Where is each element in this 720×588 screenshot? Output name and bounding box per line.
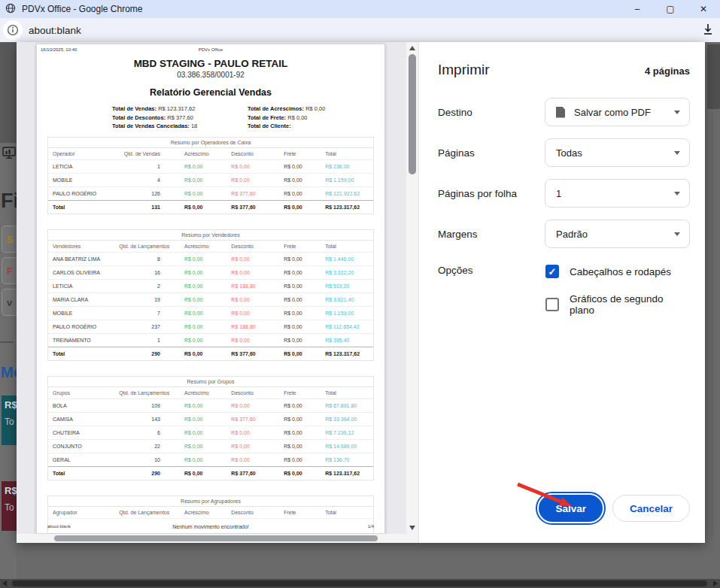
scrollbar-thumb[interactable]	[12, 580, 707, 586]
summary-value: R$ 0,00	[287, 114, 307, 121]
table-cell: R$ 0,00	[180, 186, 226, 200]
report-table: Resumo por VendedoresVendedoresQtd. de L…	[47, 229, 374, 361]
table-header-row: AgrupadorQtd. de LançamentosAcréscimoDes…	[48, 507, 373, 518]
info-icon	[7, 24, 19, 36]
summary-right: Total de Acréscimos: R$ 0,00Total de Fre…	[248, 105, 325, 131]
p-ginas-por-folha-dropdown[interactable]: 1	[545, 179, 690, 208]
page-info-button[interactable]	[3, 20, 23, 40]
table-cell: R$ 0,00	[226, 426, 279, 439]
partial-section-heading: Mo	[1, 364, 17, 381]
table-row: CAMISA143R$ 0,00R$ 377,60R$ 0,00R$ 33.36…	[48, 412, 373, 426]
table-cell: R$ 0,00	[279, 399, 321, 412]
table-cell: R$ 112.654,42	[321, 320, 373, 333]
table-cell: R$ 377,60	[226, 200, 279, 214]
download-icon[interactable]	[700, 22, 715, 40]
table-cell: R$ 123.317,62	[321, 347, 373, 360]
table-grid: GruposQtd. de LançamentosAcréscimoDescon…	[48, 387, 373, 480]
table-row: LETICIA1R$ 0,00R$ 0,00R$ 0,00R$ 236,00	[48, 159, 373, 173]
table-cell: R$ 0,00	[279, 252, 321, 265]
table-cell: R$ 377,60	[226, 186, 279, 200]
column-header: Acréscimo	[180, 387, 226, 399]
close-button[interactable]: ✕	[687, 0, 720, 18]
dropdown-value: 1	[556, 188, 561, 199]
pdf-file-icon	[556, 107, 565, 118]
summary-line: Total de Cliente:	[248, 122, 325, 131]
table-cell: R$ 0,00	[180, 279, 226, 292]
summary-value: R$ 0,00	[305, 105, 325, 112]
partial-filtros-heading: Fil	[1, 189, 17, 213]
option-row[interactable]: ✓Cabeçalhos e rodapés	[545, 265, 690, 278]
destino-dropdown[interactable]: Salvar como PDF	[545, 98, 690, 126]
table-cell: R$ 519,20	[321, 279, 373, 292]
column-header: Qtd. de Lançamentos	[114, 241, 180, 252]
table-cell: R$ 188,80	[226, 320, 279, 333]
checkbox-checked[interactable]: ✓	[545, 265, 559, 278]
chevron-down-icon	[674, 232, 680, 236]
maximize-button[interactable]: ▢	[654, 0, 687, 18]
column-header: Qtd. de Lançamentos	[114, 507, 180, 518]
minimize-button[interactable]: –	[621, 0, 654, 18]
page-horizontal-scrollbar[interactable]	[0, 579, 720, 588]
table-cell: Total	[48, 200, 114, 214]
preview-horizontal-scrollbar[interactable]	[17, 534, 418, 543]
printed-footer: about:blank 1/4	[47, 524, 374, 529]
table-cell: R$ 7.236,12	[321, 426, 373, 439]
table-cell: R$ 0,00	[180, 306, 226, 320]
scroll-right-icon[interactable]	[713, 580, 718, 586]
url-bar[interactable]: about:blank	[0, 18, 720, 43]
table-cell: R$ 0,00	[180, 333, 226, 347]
table-cell: R$ 377,60	[226, 466, 279, 480]
column-header: Acréscimo	[180, 507, 226, 518]
cancel-button[interactable]: Cancelar	[612, 495, 690, 522]
column-header: Total	[321, 241, 373, 252]
table-cell: R$ 0,00	[180, 200, 226, 214]
chevron-down-icon	[674, 111, 680, 114]
table-cell: 131	[114, 200, 180, 214]
scrollbar-thumb[interactable]	[54, 535, 378, 541]
url-text[interactable]: about:blank	[29, 25, 81, 36]
window-titlebar: PDVx Office - Google Chrome –▢✕	[0, 0, 720, 18]
table-cell: R$ 33.364,00	[321, 412, 373, 426]
print-settings-panel: Imprimir 4 páginas DestinoSalvar como PD…	[418, 42, 705, 543]
column-header: Desconto	[226, 387, 279, 399]
table-cell: 126	[114, 186, 180, 200]
table-row: MOBILE7R$ 0,00R$ 0,00R$ 0,00R$ 1.159,00	[48, 306, 373, 320]
table-cell: R$ 0,00	[279, 173, 321, 186]
preview-vertical-scrollbar[interactable]	[406, 42, 418, 534]
table-cell: Total	[48, 466, 114, 480]
margens-dropdown[interactable]: Padrão	[545, 220, 690, 248]
scroll-left-icon[interactable]	[2, 580, 7, 586]
table-cell: CARLOS OLIVEIRA	[48, 265, 114, 279]
globe-icon	[5, 3, 16, 16]
card-label: To	[5, 502, 17, 513]
table-row: CHUTEIRA6R$ 0,00R$ 0,00R$ 0,00R$ 7.236,1…	[48, 426, 373, 439]
checkbox-unchecked[interactable]	[545, 298, 559, 311]
p-ginas-dropdown[interactable]: Todas	[545, 138, 690, 167]
table-cell: 143	[114, 412, 180, 426]
scroll-up-icon[interactable]	[409, 46, 415, 50]
table-cell: R$ 0,00	[226, 399, 279, 412]
print-setting-row: DestinoSalvar como PDF	[438, 98, 690, 126]
column-header: Frete	[279, 507, 321, 518]
option-row[interactable]: Gráficos de segundo plano	[545, 293, 690, 316]
table-row: LETICIA2R$ 0,00R$ 188,80R$ 0,00R$ 519,20	[48, 279, 373, 292]
printed-footer-page-number: 1/4	[368, 524, 374, 529]
table-cell: R$ 0,00	[180, 292, 226, 306]
dimmed-page-left: Fil SFv Mo R$ToR$To	[0, 42, 17, 588]
report-table: Resumo por GruposGruposQtd. de Lançament…	[47, 376, 374, 480]
table-cell: LETICIA	[48, 159, 114, 173]
scroll-down-icon[interactable]	[409, 526, 415, 530]
dimmed-page-header	[0, 42, 17, 143]
table-cell: R$ 0,00	[279, 306, 321, 320]
column-header: Total	[321, 148, 373, 159]
summary-line: Total de Vendas: R$ 123.317,62	[112, 105, 231, 114]
column-header: Acréscimo	[180, 148, 226, 159]
scrollbar-thumb[interactable]	[409, 54, 416, 174]
table-cell: PAULO ROGÉRIO	[48, 320, 114, 333]
save-button[interactable]: Salvar	[539, 495, 603, 522]
table-cell: 6	[114, 426, 180, 439]
table-cell: BOLA	[48, 399, 114, 412]
table-grid: AgrupadorQtd. de LançamentosAcréscimoDes…	[48, 507, 373, 518]
table-cell: R$ 0,00	[279, 320, 321, 333]
table-cell: MOBILE	[48, 173, 114, 186]
